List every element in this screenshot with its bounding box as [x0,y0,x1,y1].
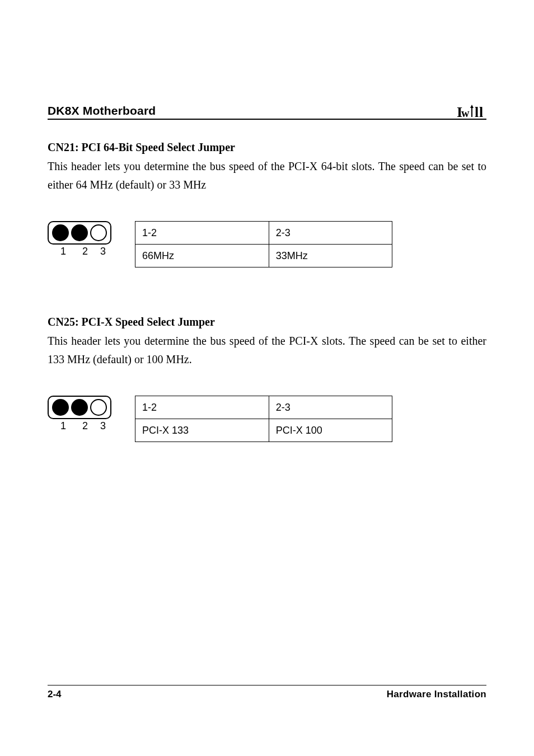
pin-3-icon [90,224,107,241]
jumper-row-cn21: 1 2 3 1-2 2-3 66MHz 33MHz [48,221,486,267]
pin-label-3: 3 [96,420,110,432]
footer-section-title: Hardware Installation [387,689,486,700]
jumper-pins-icon [48,396,111,419]
pin-label-1: 1 [52,246,74,257]
table-row: 66MHz 33MHz [135,245,392,267]
section-heading-cn21: CN21: PCI 64-Bit Speed Select Jumper [48,141,486,154]
jumper-table-cn25: 1-2 2-3 PCI-X 133 PCI-X 100 [135,396,392,442]
jumper-table-cn21: 1-2 2-3 66MHz 33MHz [135,221,392,267]
pin-label-2: 2 [74,246,96,257]
pin-label-1: 1 [52,420,74,432]
pin-label-2: 2 [74,420,96,432]
table-cell: 33MHz [269,245,392,267]
section-body-cn21: This header lets you determine the bus s… [48,157,486,194]
pin-2-icon [71,224,88,241]
pin-1-icon [52,399,69,416]
svg-text:l: l [475,105,479,119]
product-title: DK8X Motherboard [48,104,156,118]
table-cell: 2-3 [269,396,392,419]
jumper-row-cn25: 1 2 3 1-2 2-3 PCI-X 133 PCI-X 100 [48,396,486,442]
table-cell: 1-2 [135,222,269,245]
section-heading-cn25: CN25: PCI-X Speed Select Jumper [48,316,486,328]
jumper-pin-labels: 1 2 3 [48,419,115,432]
table-cell: 1-2 [135,396,269,419]
pin-3-icon [90,399,107,416]
brand-logo-icon: I w l l [457,105,487,119]
brand-logo: I w l l [457,105,486,119]
table-row: PCI-X 133 PCI-X 100 [135,419,392,442]
jumper-pin-labels: 1 2 3 [48,245,115,257]
svg-text:l: l [479,105,483,119]
table-cell: PCI-X 133 [135,419,269,442]
pin-2-icon [71,399,88,416]
svg-text:w: w [461,107,470,119]
jumper-diagram-cn21: 1 2 3 [48,221,115,257]
page-header: DK8X Motherboard I w l l [48,104,486,120]
pin-label-3: 3 [96,246,110,257]
page-footer: 2-4 Hardware Installation [48,685,486,700]
table-cell: 66MHz [135,245,269,267]
section-body-cn25: This header lets you determine the bus s… [48,332,486,369]
jumper-pins-icon [48,221,111,245]
table-cell: 2-3 [269,222,392,245]
footer-divider [48,685,486,685]
table-row: 1-2 2-3 [135,222,392,245]
table-cell: PCI-X 100 [269,419,392,442]
pin-1-icon [52,224,69,241]
jumper-diagram-cn25: 1 2 3 [48,396,115,432]
table-row: 1-2 2-3 [135,396,392,419]
page-number: 2-4 [48,689,62,700]
